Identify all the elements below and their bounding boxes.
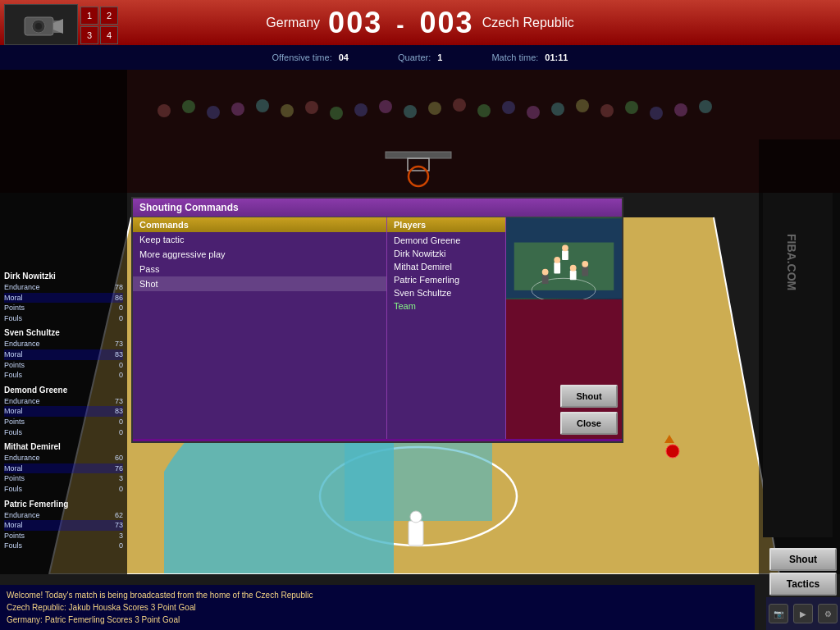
stat-fouls-mithat: Fouls 0 (4, 484, 123, 495)
quarter-4-btn[interactable]: 4 (100, 26, 118, 44)
player-name-mithat: Mithat Demirel (4, 441, 123, 453)
command-keep-tactic[interactable]: Keep tactic (133, 232, 386, 247)
stat-endurance-mithat: Endurance 60 (4, 453, 123, 463)
svg-point-68 (542, 269, 549, 276)
command-shot[interactable]: Shot (133, 276, 386, 291)
video-icon[interactable]: ▶ (793, 604, 813, 623)
quarter-3-btn[interactable]: 3 (80, 26, 98, 44)
svg-point-41 (477, 104, 491, 117)
offensive-time-item: Offensive time: 04 (272, 52, 349, 62)
score-display: Germany 003 - 003 Czech Republic (266, 6, 573, 40)
player-item-dirk[interactable]: Dirk Nowitzki (387, 247, 505, 260)
stat-points-patric: Points 3 (4, 531, 123, 541)
stat-moral-sven: Moral 83 (4, 349, 123, 360)
player-name-dirk: Dirk Nowitzki (4, 271, 123, 282)
quarter-buttons: 1 2 3 4 (80, 7, 118, 44)
left-sidebar: Dirk Nowitzki Endurance 78 Moral 86 Poin… (0, 70, 127, 574)
stat-endurance-sven: Endurance 73 (4, 339, 123, 349)
svg-point-40 (453, 98, 466, 112)
players-panel: Players Demond Greene Dirk Nowitzki Mith… (387, 217, 506, 439)
svg-point-66 (570, 265, 577, 272)
svg-point-70 (582, 261, 588, 267)
svg-point-49 (674, 103, 687, 116)
svg-point-46 (600, 104, 614, 117)
player-name-patric: Patric Femerling (4, 499, 123, 510)
quarter-item: Quarter: 1 (398, 52, 442, 62)
dialog-shout-button[interactable]: Shout (560, 385, 618, 408)
score-right: 003 (420, 6, 474, 39)
game-area: FIBA.COM METAL POWER BASKETBALL LTD Alle… (0, 0, 840, 630)
dialog-title: Shouting Commands (133, 199, 622, 217)
bottom-icon-bar: 📷 ▶ ⚙ (766, 597, 840, 630)
match-time-value: 01:11 (545, 52, 568, 62)
commands-list: Keep tactic More aggressive play Pass Sh… (133, 232, 386, 439)
status-line-1: Welcome! Today's match is being broadcas… (7, 589, 748, 601)
player-stat-sven: Sven Schultze Endurance 73 Moral 83 Poin… (4, 327, 123, 380)
players-header: Players (387, 217, 505, 232)
player-item-team[interactable]: Team (387, 299, 505, 313)
svg-point-44 (551, 103, 564, 116)
player-stat-dirk: Dirk Nowitzki Endurance 78 Moral 86 Poin… (4, 271, 123, 323)
svg-point-57 (35, 23, 42, 30)
status-bar: Welcome! Today's match is being broadcas… (0, 585, 755, 630)
stat-moral-dirk: Moral 86 (4, 293, 123, 304)
status-line-2: Czech Republic: Jakub Houska Scores 3 Po… (7, 601, 748, 614)
stat-endurance-patric: Endurance 62 (4, 510, 123, 521)
stat-points-dirk: Points 0 (4, 303, 123, 313)
stat-fouls-patric: Fouls 0 (4, 541, 123, 551)
stat-moral-patric: Moral 73 (4, 520, 123, 531)
team-right-label: Czech Republic (482, 16, 574, 30)
svg-point-50 (699, 100, 712, 113)
scoreboard: Germany 003 - 003 Czech Republic (0, 0, 840, 45)
match-time-label: Match time: (491, 52, 538, 62)
svg-point-37 (379, 100, 392, 113)
commands-header: Commands (133, 217, 386, 232)
svg-point-35 (330, 107, 343, 120)
right-panel: Shout Tactics (766, 546, 840, 597)
svg-point-30 (207, 106, 220, 119)
command-pass[interactable]: Pass (133, 262, 386, 276)
svg-point-39 (428, 102, 441, 115)
player-stat-mithat: Mithat Demirel Endurance 60 Moral 76 Poi… (4, 441, 123, 494)
quarter-2-btn[interactable]: 2 (100, 7, 118, 25)
stat-endurance-dirk: Endurance 78 (4, 282, 123, 293)
commands-panel: Commands Keep tactic More aggressive pla… (133, 217, 387, 439)
player-item-sven[interactable]: Sven Schultze (387, 286, 505, 299)
svg-point-43 (527, 106, 540, 119)
player-item-demond[interactable]: Demond Greene (387, 234, 505, 247)
offensive-time-value: 04 (339, 52, 349, 62)
svg-point-28 (158, 104, 171, 117)
tactics-button[interactable]: Tactics (769, 573, 837, 596)
camera-small-icon[interactable]: 📷 (769, 604, 788, 623)
match-time-item: Match time: 01:11 (491, 52, 568, 62)
svg-rect-71 (562, 250, 568, 260)
svg-point-29 (182, 100, 195, 113)
quarter-value: 1 (437, 52, 442, 62)
player-item-patric[interactable]: Patric Femerling (387, 273, 505, 286)
settings-icon[interactable]: ⚙ (818, 604, 838, 623)
score-separator: - (396, 12, 405, 38)
player-name-sven: Sven Schultze (4, 327, 123, 339)
offensive-time-label: Offensive time: (272, 52, 332, 62)
svg-rect-69 (582, 267, 588, 276)
svg-point-31 (231, 103, 244, 116)
svg-point-34 (305, 101, 318, 114)
svg-point-47 (625, 101, 638, 114)
dialog-close-button[interactable]: Close (560, 412, 618, 435)
shout-button[interactable]: Shout (769, 548, 837, 571)
quarter-label: Quarter: (398, 52, 431, 62)
player-item-mithat[interactable]: Mithat Demirel (387, 260, 505, 273)
command-aggressive[interactable]: More aggressive play (133, 247, 386, 262)
svg-point-36 (354, 103, 368, 116)
shouting-dialog: Shouting Commands Commands Keep tactic M… (131, 197, 623, 443)
quarter-1-btn[interactable]: 1 (80, 7, 98, 25)
svg-point-42 (502, 101, 515, 114)
player-name-demond: Demond Greene (4, 385, 123, 396)
score-numbers: 003 - 003 (328, 6, 474, 40)
svg-point-64 (554, 257, 560, 263)
svg-point-38 (404, 105, 417, 118)
svg-rect-54 (759, 139, 840, 574)
svg-point-15 (410, 511, 422, 523)
stat-points-sven: Points 0 (4, 360, 123, 371)
stat-moral-demond: Moral 83 (4, 406, 123, 417)
